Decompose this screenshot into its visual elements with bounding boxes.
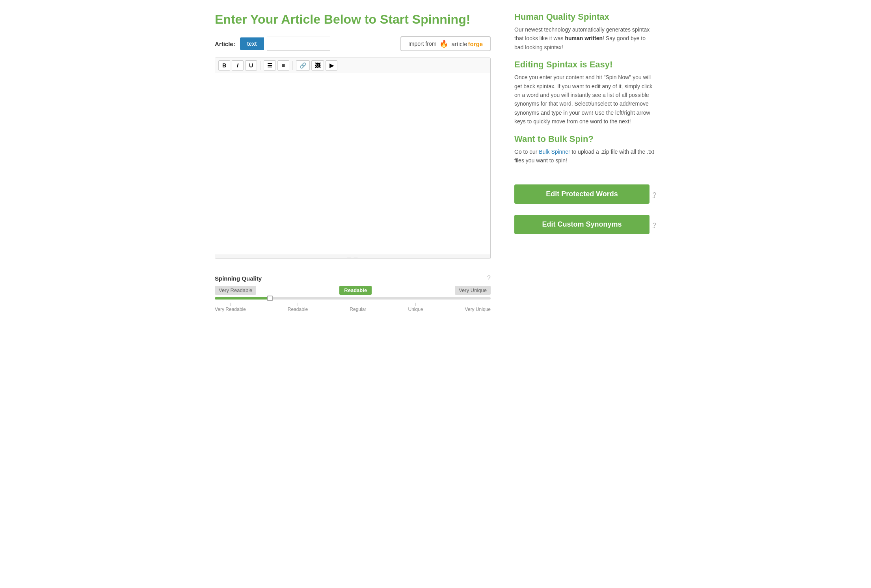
editor-container: B I U ☰ ≡ 🔗 🖼 ▶ — —	[215, 58, 491, 259]
tick-line-2	[298, 303, 298, 306]
tick-mark-regular: Regular	[350, 303, 366, 312]
bold-button[interactable]: B	[218, 60, 230, 71]
articleforge-flame-icon: 🔥	[439, 39, 448, 48]
article-label: Article:	[215, 41, 235, 47]
tick-line-3	[358, 303, 358, 306]
quality-label-very-readable: Very Readable	[215, 286, 256, 295]
tick-label-readable: Readable	[288, 307, 308, 312]
tab-text-button[interactable]: text	[240, 37, 264, 50]
unordered-list-button[interactable]: ☰	[264, 60, 276, 71]
protected-words-help-icon[interactable]: ?	[653, 192, 656, 199]
articleforge-logo: articleforge	[451, 41, 483, 47]
quality-tick-regular: Regular	[350, 303, 366, 312]
tick-mark-readable: Readable	[288, 303, 308, 312]
tick-label-regular: Regular	[350, 307, 366, 312]
underline-button[interactable]: U	[245, 60, 257, 71]
section1-title: Human Quality Spintax	[514, 12, 656, 22]
link-icon: 🔗	[300, 62, 306, 69]
protected-words-row: Edit Protected Words ?	[514, 184, 656, 205]
quality-title: Spinning Quality	[215, 275, 262, 282]
toolbar-separator-1	[260, 61, 261, 70]
tick-mark-very-readable: Very Readable	[215, 303, 246, 312]
article-row: Article: text Import from 🔥 articleforge	[215, 36, 491, 51]
section2-text: Once you enter your content and hit "Spi…	[514, 73, 656, 126]
quality-tick-very-readable: Very Readable	[215, 303, 246, 312]
custom-synonyms-row: Edit Custom Synonyms ?	[514, 215, 656, 236]
article-text-input[interactable]	[267, 37, 330, 51]
quality-label-readable: Readable	[339, 286, 372, 295]
section3-text: Go to our Bulk Spinner to upload a .zip …	[514, 147, 656, 165]
section1-bold: human written	[565, 35, 603, 41]
section3-title: Want to Bulk Spin?	[514, 134, 656, 144]
quality-section: Spinning Quality ? Very Readable Readabl…	[215, 268, 491, 312]
quality-slider-thumb[interactable]	[267, 296, 273, 301]
resize-dots: — —	[347, 255, 359, 259]
tick-label-very-readable: Very Readable	[215, 307, 246, 312]
underline-icon: U	[249, 62, 253, 69]
quality-tick-readable: Readable	[288, 303, 308, 312]
tick-mark-very-unique: Very Unique	[465, 303, 491, 312]
quality-label-very-unique: Very Unique	[455, 286, 491, 295]
quality-tick-very-unique: Very Unique	[465, 303, 491, 312]
video-button[interactable]: ▶	[326, 60, 337, 71]
editor-cursor	[221, 79, 221, 85]
link-button[interactable]: 🔗	[296, 60, 310, 71]
quality-header: Spinning Quality ?	[215, 275, 491, 282]
section3-text1: Go to our	[514, 149, 539, 155]
tick-line-1	[230, 303, 231, 306]
tick-line-5	[478, 303, 478, 306]
bold-icon: B	[222, 62, 226, 69]
edit-protected-words-button[interactable]: Edit Protected Words	[514, 184, 650, 204]
editor-area[interactable]	[215, 73, 490, 255]
image-button[interactable]: 🖼	[311, 60, 324, 71]
section1-text: Our newest technology automatically gene…	[514, 25, 656, 52]
spacer-1	[514, 173, 656, 184]
quality-help-icon[interactable]: ?	[487, 275, 491, 282]
editor-resize-bar: — —	[215, 255, 490, 259]
italic-icon: I	[237, 62, 238, 69]
edit-custom-synonyms-button[interactable]: Edit Custom Synonyms	[514, 215, 650, 234]
image-icon: 🖼	[315, 62, 320, 69]
quality-labels-top: Very Readable Readable Very Unique	[215, 286, 491, 295]
quality-tick-unique: Unique	[408, 303, 423, 312]
tick-line-4	[415, 303, 416, 306]
quality-slider-fill	[215, 297, 270, 300]
editor-toolbar: B I U ☰ ≡ 🔗 🖼 ▶	[215, 58, 490, 73]
ordered-list-icon: ≡	[282, 62, 285, 69]
right-panel: Human Quality Spintax Our newest technol…	[514, 12, 656, 312]
custom-synonyms-help-icon[interactable]: ?	[653, 222, 656, 229]
af-article-text: article	[451, 41, 467, 47]
ordered-list-button[interactable]: ≡	[277, 60, 289, 71]
italic-button[interactable]: I	[232, 60, 244, 71]
import-articleforge-button[interactable]: Import from 🔥 articleforge	[400, 36, 491, 51]
tick-label-unique: Unique	[408, 307, 423, 312]
tick-mark-unique: Unique	[408, 303, 423, 312]
left-panel: Enter Your Article Below to Start Spinni…	[215, 12, 491, 312]
quality-slider-track[interactable]	[215, 297, 491, 300]
video-icon: ▶	[329, 62, 334, 69]
unordered-list-icon: ☰	[267, 62, 272, 69]
tick-label-very-unique: Very Unique	[465, 307, 491, 312]
page-title: Enter Your Article Below to Start Spinni…	[215, 12, 491, 27]
import-prefix: Import from	[408, 41, 437, 47]
toolbar-separator-2	[292, 61, 293, 70]
af-forge-text: forge	[468, 41, 483, 47]
bulk-spinner-link[interactable]: Bulk Spinner	[539, 149, 570, 155]
quality-ticks: Very Readable Readable Regular	[215, 303, 491, 312]
section2-title: Editing Spintax is Easy!	[514, 60, 656, 70]
